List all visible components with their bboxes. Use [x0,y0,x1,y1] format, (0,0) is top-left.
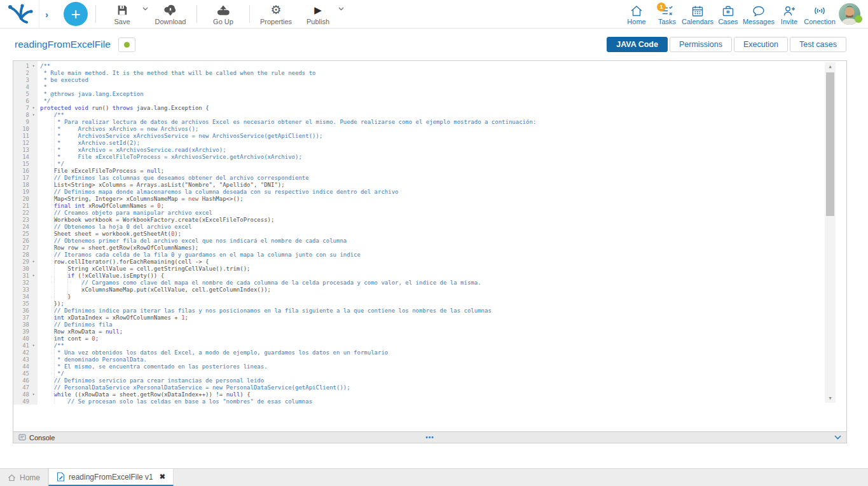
code-line[interactable]: Workbook workbook = WorkbookFactory.crea… [38,217,846,224]
taskbar-tab-rule[interactable]: readingFromExcelFile v1 ✖ [48,469,174,486]
code-line[interactable]: Row row = sheet.getRow(xRowOfColumnNames… [38,245,846,252]
taskbar-tab-home[interactable]: Home [0,469,48,486]
save-button[interactable]: Save [104,1,141,27]
code-line[interactable]: * File xExcelFileToProcess = xArchivosSe… [38,154,846,161]
code-line[interactable]: * be executed [38,77,846,84]
code-line[interactable]: * @throws java.lang.Exception [38,91,846,98]
save-label: Save [114,18,130,25]
fold-toggle-icon[interactable]: ▾ [29,391,38,398]
nav-conection[interactable]: Conection [804,3,835,25]
tab-java-code[interactable]: JAVA Code [607,37,668,52]
code-line[interactable]: /** [38,63,846,70]
add-new-button[interactable]: + [64,2,88,26]
code-line[interactable]: // PersonalDataService xPersonalDataServ… [38,384,846,391]
code-line[interactable]: }); [38,300,846,307]
code-line[interactable]: // Definimos indice para iterar las fila… [38,307,846,314]
nav-calendars[interactable]: Calendars [682,3,713,25]
code-area[interactable]: 1▾/**2 * Rule main method. It is the met… [13,61,846,405]
fold-spacer [29,238,38,245]
close-tab-icon[interactable]: ✖ [160,473,165,481]
fold-toggle-icon[interactable]: ▾ [29,342,38,349]
fold-spacer [29,161,38,168]
fold-toggle-icon[interactable]: ▾ [29,63,38,70]
code-row: 12 * xArchivo.setId(2); [13,140,846,147]
code-line[interactable]: * xArchivo.setId(2); [38,140,846,147]
app-logo[interactable] [0,0,39,28]
go-up-button[interactable]: Go Up [205,1,242,27]
code-line[interactable]: */ [38,98,846,105]
code-line[interactable]: Map<String, Integer> xColumnsNameMap = n… [38,196,846,203]
tab-test-cases[interactable]: Test cases [790,37,846,52]
code-line[interactable]: // Definimos las columnas que deseamos o… [38,175,846,182]
code-line[interactable]: * Una vez obtenidos los datos del Excel,… [38,349,846,356]
publish-dropdown-chevron-icon[interactable] [338,7,344,11]
code-line[interactable]: Row xRowData = null; [38,328,846,335]
fold-toggle-icon[interactable]: ▾ [29,105,38,112]
nav-tasks[interactable]: 1 Tasks [652,3,682,25]
fold-toggle-icon[interactable]: ▾ [29,112,38,119]
code-line[interactable]: // Definimos mapa donde almacenaremos la… [38,189,846,196]
console-expand-chevron-icon[interactable] [834,435,841,440]
publish-button[interactable]: ▶ Publish [300,1,336,27]
fold-toggle-icon[interactable]: ▾ [29,273,38,280]
rule-status-badge[interactable] [118,37,135,52]
code-line[interactable]: if (!xCellValue.isEmpty()) { [38,273,846,280]
scrollbar-thumb[interactable] [826,72,834,216]
fold-toggle-icon[interactable]: ▾ [29,259,38,266]
code-line[interactable]: * ArchivosService xArchivosService = new… [38,133,846,140]
code-line[interactable]: int cont = 0; [38,335,846,342]
code-line[interactable]: * denominado PersonalData. [38,356,846,363]
code-line[interactable]: */ [38,370,846,377]
code-line[interactable]: row.cellIterator().forEachRemaining(cell… [38,259,846,266]
fold-spacer [29,370,38,377]
code-line[interactable]: * Para realizar lectura de datos de arch… [38,119,846,126]
code-line[interactable]: /** [38,112,846,119]
nav-cases[interactable]: Cases [713,3,743,25]
code-line[interactable]: * Rule main method. It is the method tha… [38,70,846,77]
line-gutter: 49 [13,398,38,405]
editor-vertical-scrollbar[interactable]: ▲ ▼ [825,62,836,403]
nav-home[interactable]: Home [621,3,652,25]
tab-execution[interactable]: Execution [734,37,788,52]
code-line[interactable]: * [38,84,846,91]
code-line[interactable]: int xDataIndex = xRowOfColumnNames + 1; [38,314,846,321]
invite-icon [782,4,796,17]
code-line[interactable]: // Definimos fila [38,321,846,328]
console-bar[interactable]: Console ••• [13,431,846,443]
code-line[interactable]: // Cargamos como clave del mapa el nombr… [38,280,846,287]
tab-permissions[interactable]: Permissions [670,37,732,52]
nav-messages[interactable]: Messages [743,3,774,25]
line-number: 25 [13,231,29,238]
code-line[interactable]: // Se procesan solo las celdas en base a… [38,398,846,405]
code-line[interactable]: * El mismo, se encuentra comentado en la… [38,363,846,370]
save-dropdown-chevron-icon[interactable] [142,7,148,11]
code-line[interactable]: // Iteramos cada celda de la fila 0 y gu… [38,252,846,259]
expand-sidebar-chevron-icon[interactable]: › [45,9,48,20]
console-more-dots[interactable]: ••• [425,434,434,441]
code-line[interactable]: /** [38,342,846,349]
code-line[interactable]: File xExcelFileToProcess = null; [38,168,846,175]
scrollbar-up-arrow-icon[interactable]: ▲ [825,62,836,71]
nav-label: Calendars [682,18,713,25]
properties-button[interactable]: ⚙ Properties [258,1,294,27]
download-button[interactable]: Download [152,1,189,27]
code-line[interactable]: * xArchivo = xArchivosService.read(xArch… [38,147,846,154]
code-line[interactable]: } [38,294,846,300]
code-line[interactable]: String xCellValue = cell.getStringCellVa… [38,266,846,273]
nav-invite[interactable]: Invite [774,3,804,25]
code-line[interactable]: Sheet sheet = workbook.getSheetAt(0); [38,231,846,238]
code-line[interactable]: */ [38,161,846,168]
code-row: 23 Workbook workbook = WorkbookFactory.c… [13,217,846,224]
scrollbar-down-arrow-icon[interactable]: ▼ [825,394,836,403]
code-line[interactable]: * Archivos xArchivo = new Archivos(); [38,126,846,133]
fold-spacer [29,321,38,328]
code-line[interactable]: List<String> xColumns = Arrays.asList("N… [38,182,846,189]
code-line[interactable]: // Creamos objeto para manipular archivo… [38,210,846,217]
code-line[interactable]: final int xRowOfColumnNames = 0; [38,203,846,210]
code-line[interactable]: while ((xRowData = sheet.getRow(xDataInd… [38,391,846,398]
code-line[interactable]: // Obtenemos primer fila del archivo exc… [38,238,846,245]
code-line[interactable]: protected void run() throws java.lang.Ex… [38,105,846,112]
code-line[interactable]: // Definimos servicio para crear instanc… [38,377,846,384]
code-line[interactable]: // Obtenemos la hoja 0 del archivo excel [38,224,846,231]
code-line[interactable]: xColumnsNameMap.put(xCellValue, cell.get… [38,287,846,294]
